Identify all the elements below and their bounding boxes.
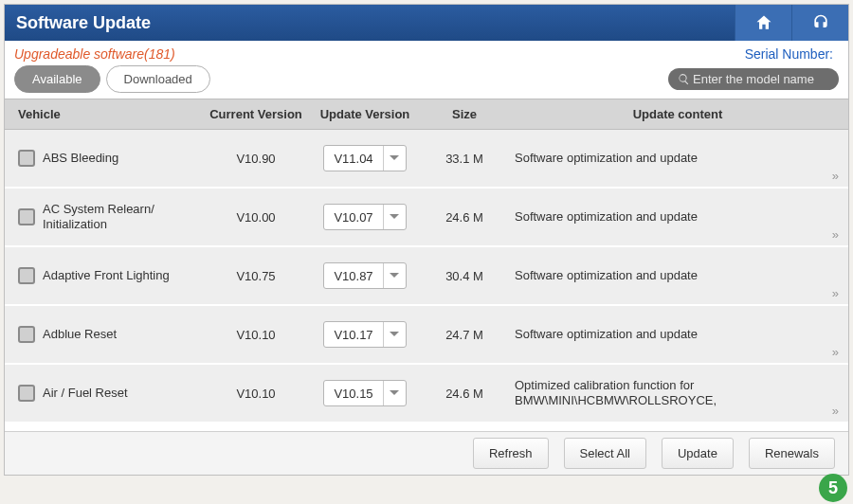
row-checkbox[interactable]: [18, 150, 35, 167]
size-value: 24.6 M: [422, 387, 507, 401]
current-version: V10.00: [204, 210, 308, 225]
update-content: Software optimization and update: [507, 268, 848, 283]
update-version-select[interactable]: V10.07: [323, 204, 406, 230]
col-header-content: Update content: [507, 107, 848, 121]
update-version-select[interactable]: V10.87: [323, 262, 406, 289]
update-version-value: V10.07: [324, 210, 382, 225]
more-icon[interactable]: »: [832, 345, 839, 359]
update-version-select[interactable]: V10.17: [323, 321, 406, 348]
tab-row: Available Downloaded: [5, 65, 848, 99]
table-row: AC System Relearn/ InitializationV10.00V…: [5, 189, 848, 247]
tab-available[interactable]: Available: [14, 65, 100, 93]
current-version: V10.75: [204, 269, 308, 283]
search-icon: [678, 73, 690, 85]
table-row: Air / Fuel ResetV10.10V10.1524.6 MOptimi…: [5, 365, 848, 423]
search-box[interactable]: [668, 68, 839, 90]
chevron-down-icon: [383, 322, 406, 347]
table-row: Adaptive Front LightingV10.75V10.8730.4 …: [5, 247, 848, 306]
col-header-vehicle: Vehicle: [5, 107, 204, 121]
update-content: Software optimization and update: [507, 209, 848, 225]
update-content: Optimized calibration function for BMW\M…: [507, 378, 848, 409]
vehicle-name: Air / Fuel Reset: [43, 386, 128, 401]
update-version-value: V10.87: [324, 269, 382, 283]
vehicle-name: Adblue Reset: [43, 327, 117, 342]
vehicle-name: AC System Relearn/ Initialization: [43, 202, 154, 231]
vehicle-name: ABS Bleeding: [43, 151, 118, 166]
sub-bar: Upgradeable software(181) Serial Number:: [5, 41, 848, 65]
table-row: Adblue ResetV10.10V10.1724.7 MSoftware o…: [5, 306, 848, 365]
chevron-down-icon: [383, 381, 406, 405]
col-header-size: Size: [422, 107, 507, 121]
title-bar: Software Update: [5, 5, 848, 41]
step-badge: 5: [819, 474, 847, 502]
more-icon[interactable]: »: [832, 404, 839, 418]
search-input[interactable]: [693, 72, 829, 86]
col-header-update: Update Version: [308, 107, 422, 121]
more-icon[interactable]: »: [832, 169, 839, 183]
update-content: Software optimization and update: [507, 327, 848, 342]
row-checkbox[interactable]: [18, 385, 35, 402]
update-version-select[interactable]: V10.15: [323, 380, 406, 406]
support-button[interactable]: [791, 5, 848, 41]
home-icon: [754, 13, 773, 32]
table-body: ABS BleedingV10.90V11.0433.1 MSoftware o…: [5, 130, 848, 431]
select-all-button[interactable]: Select All: [564, 438, 646, 469]
update-version-value: V11.04: [324, 152, 382, 166]
footer-bar: Refresh Select All Update Renewals: [5, 431, 848, 475]
more-icon[interactable]: »: [832, 227, 839, 242]
size-value: 33.1 M: [422, 152, 507, 166]
size-value: 24.6 M: [422, 210, 507, 225]
refresh-button[interactable]: Refresh: [473, 438, 549, 469]
table-header: Vehicle Current Version Update Version S…: [5, 99, 848, 130]
size-value: 24.7 M: [422, 328, 507, 342]
home-button[interactable]: [735, 5, 791, 41]
update-version-value: V10.15: [324, 387, 382, 401]
current-version: V10.10: [204, 387, 308, 401]
update-version-value: V10.17: [324, 328, 382, 342]
upgradeable-count: Upgradeable software(181): [14, 46, 745, 62]
renewals-button[interactable]: Renewals: [749, 438, 835, 469]
tab-downloaded[interactable]: Downloaded: [106, 65, 210, 93]
row-checkbox[interactable]: [18, 326, 35, 343]
update-button[interactable]: Update: [662, 438, 734, 469]
current-version: V10.10: [204, 328, 308, 342]
serial-number-label: Serial Number:: [745, 46, 833, 62]
chevron-down-icon: [383, 205, 406, 229]
update-version-select[interactable]: V11.04: [323, 145, 406, 171]
col-header-current: Current Version: [204, 107, 308, 121]
more-icon[interactable]: »: [832, 286, 839, 300]
table-row: ABS BleedingV10.90V11.0433.1 MSoftware o…: [5, 130, 848, 189]
update-content: Software optimization and update: [507, 151, 848, 166]
size-value: 30.4 M: [422, 269, 507, 283]
chevron-down-icon: [383, 146, 406, 171]
page-title: Software Update: [16, 13, 735, 33]
vehicle-name: Adaptive Front Lighting: [43, 268, 170, 283]
row-checkbox[interactable]: [18, 267, 35, 284]
row-checkbox[interactable]: [18, 208, 35, 225]
chevron-down-icon: [383, 263, 406, 288]
headset-icon: [811, 13, 830, 32]
current-version: V10.90: [204, 152, 308, 166]
